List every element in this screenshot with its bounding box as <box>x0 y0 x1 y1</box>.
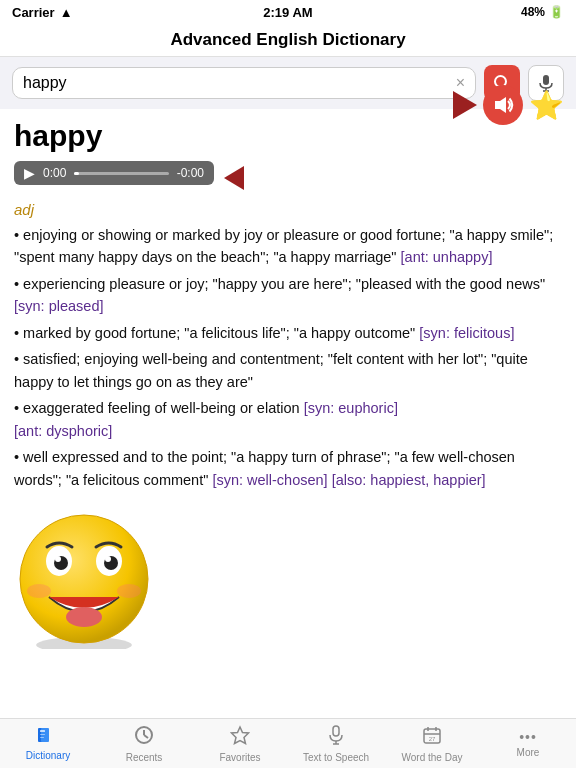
syn-3: [syn: felicitous] <box>419 325 514 341</box>
tab-more-label: More <box>517 747 540 758</box>
tab-favorites-label: Favorites <box>219 752 260 763</box>
search-input-wrap: × <box>12 67 476 99</box>
ant-5: [ant: dysphoric] <box>14 423 112 439</box>
svg-text:27: 27 <box>429 736 436 742</box>
progress-fill <box>74 172 79 175</box>
arrow-right-icon <box>453 91 477 119</box>
favorites-star-button[interactable]: ⭐ <box>529 89 564 122</box>
status-left: Carrier ▲ <box>12 5 73 20</box>
search-input[interactable] <box>23 74 450 92</box>
dictionary-icon <box>38 727 58 748</box>
progress-bar[interactable] <box>74 172 168 175</box>
svg-line-24 <box>144 735 148 738</box>
emoji-illustration <box>14 509 562 653</box>
tab-tts[interactable]: Text to Speech <box>288 719 384 768</box>
svg-marker-25 <box>232 727 249 744</box>
tab-recents-label: Recents <box>126 752 163 763</box>
svg-marker-5 <box>495 97 506 113</box>
syn-5: [syn: euphoric] <box>304 400 398 416</box>
time-start: 0:00 <box>43 166 66 180</box>
def-3: • marked by good fortune; "a felicitous … <box>14 322 562 344</box>
svg-point-13 <box>105 556 111 562</box>
svg-rect-2 <box>543 75 549 85</box>
syn-2: [syn: pleased] <box>14 298 103 314</box>
tab-wotd[interactable]: 27 Word the Day <box>384 719 480 768</box>
time-end: -0:00 <box>177 166 204 180</box>
def-6: • well expressed and to the point; "a ha… <box>14 446 562 491</box>
favorites-icon <box>230 725 250 750</box>
arrow-left-icon <box>224 166 244 190</box>
clock-icon <box>134 725 154 745</box>
svg-rect-21 <box>40 737 44 738</box>
microphone-icon <box>326 725 346 745</box>
tab-favorites[interactable]: Favorites <box>192 719 288 768</box>
audio-player-row: ▶ 0:00 -0:00 <box>14 161 562 195</box>
app-title: Advanced English Dictionary <box>170 30 405 49</box>
status-bar: Carrier ▲ 2:19 AM 48% 🔋 <box>0 0 576 24</box>
wotd-icon: 27 <box>422 725 442 750</box>
book-icon <box>38 727 58 743</box>
svg-rect-26 <box>333 726 339 736</box>
recents-icon <box>134 725 154 750</box>
speaker-button[interactable] <box>483 85 523 125</box>
play-button[interactable]: ▶ <box>24 165 35 181</box>
wifi-icon: ▲ <box>60 5 73 20</box>
syn-6: [syn: well-chosen] <box>212 472 327 488</box>
also-6: [also: happiest, happier] <box>332 472 486 488</box>
audio-player: ▶ 0:00 -0:00 <box>14 161 214 185</box>
more-icon: ••• <box>519 729 537 745</box>
definitions: • enjoying or showing or marked by joy o… <box>14 224 562 491</box>
def-5: • exaggerated feeling of well-being or e… <box>14 397 562 442</box>
def-1: • enjoying or showing or marked by joy o… <box>14 224 562 269</box>
content-area: happy ▶ 0:00 -0:00 adj • enjoying or sho… <box>0 109 576 701</box>
calendar-icon: 27 <box>422 725 442 745</box>
status-right: 48% 🔋 <box>521 5 564 19</box>
ant-1: [ant: unhappy] <box>401 249 493 265</box>
battery-percent: 48% <box>521 5 545 19</box>
svg-point-16 <box>117 584 141 598</box>
speaker-icon <box>492 94 514 116</box>
svg-rect-19 <box>40 730 45 732</box>
tab-wotd-label: Word the Day <box>402 752 463 763</box>
status-time: 2:19 AM <box>263 5 312 20</box>
tab-tts-label: Text to Speech <box>303 752 369 763</box>
title-bar: Advanced English Dictionary <box>0 24 576 57</box>
carrier-label: Carrier <box>12 5 55 20</box>
float-icons: ⭐ <box>453 85 564 125</box>
def-4: • satisfied; enjoying well-being and con… <box>14 348 562 393</box>
def-2: • experiencing pleasure or joy; "happy y… <box>14 273 562 318</box>
happy-face-svg <box>14 509 154 649</box>
part-of-speech: adj <box>14 201 562 218</box>
tts-icon <box>326 725 346 750</box>
svg-rect-20 <box>40 734 45 735</box>
tab-recents[interactable]: Recents <box>96 719 192 768</box>
tab-bar: Dictionary Recents Favorites <box>0 718 576 768</box>
tab-more[interactable]: ••• More <box>480 719 576 768</box>
battery-icon: 🔋 <box>549 5 564 19</box>
svg-point-12 <box>55 556 61 562</box>
svg-point-15 <box>27 584 51 598</box>
svg-point-14 <box>66 607 102 627</box>
tab-dictionary[interactable]: Dictionary <box>0 719 96 768</box>
star-icon <box>230 725 250 745</box>
tab-dictionary-label: Dictionary <box>26 750 70 761</box>
